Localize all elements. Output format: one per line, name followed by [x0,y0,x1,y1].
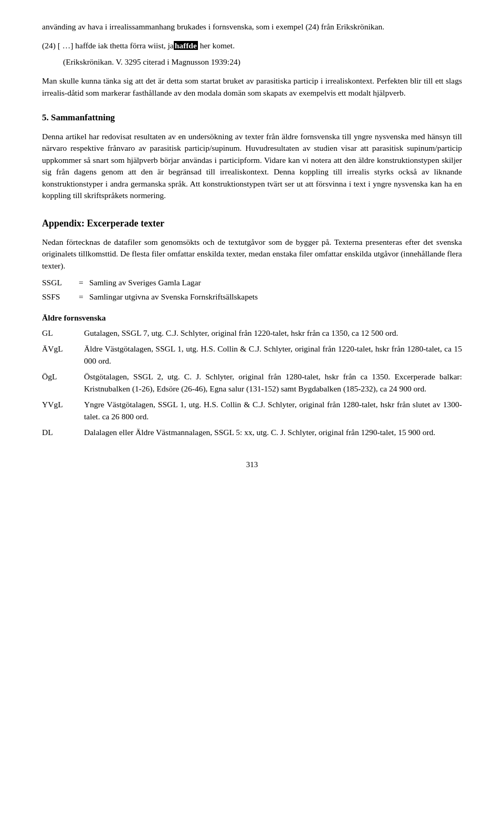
intro-text: använding av hava i irrealissammanhang b… [42,22,384,31]
entry-description: Östgötalagen, SSGL 2, utg. C. J. Schlyte… [84,371,462,395]
section-5-paragraph: Denna artikel har redovisat resultaten a… [42,131,462,202]
abbrev-row-ssfs: SSFS = Samlingar utgivna av Svenska Forn… [42,291,462,303]
older-fornsvenska-heading: Äldre fornsvenska [42,312,462,324]
section-5-heading: 5. Sammanfattning [42,111,462,125]
list-item: GLGutalagen, SSGL 7, utg. C.J. Schlyter,… [42,327,462,339]
example-source: (Erikskrönikan. V. 3295 citerad i Magnus… [42,56,462,68]
list-item: DLDalalagen eller Äldre Västmannalagen, … [42,427,462,438]
example-24-prefix: (24) [ …] haffde iak thetta förra wiist,… [42,41,174,50]
intro-paragraph: använding av hava i irrealissammanhang b… [42,21,462,33]
highlight-word: haffde [174,41,198,50]
abbrev-row-ssgl: SSGL = Samling av Sveriges Gamla Lagar [42,277,462,288]
page-number: 313 [42,459,462,471]
entry-code: DL [42,427,84,438]
abbrev-table: SSGL = Samling av Sveriges Gamla Lagar S… [42,277,462,303]
appendix-heading-text: Appendix: Excerperade texter [42,218,164,229]
list-item: YVgLYngre Västgötalagen, SSGL 1, utg. H.… [42,399,462,422]
page: använding av hava i irrealissammanhang b… [0,0,504,836]
entries-list: GLGutalagen, SSGL 7, utg. C.J. Schlyter,… [42,327,462,439]
entry-description: Gutalagen, SSGL 7, utg. C.J. Schlyter, o… [84,327,462,339]
list-item: ÖgLÖstgötalagen, SSGL 2, utg. C. J. Schl… [42,371,462,395]
page-number-text: 313 [246,460,258,469]
list-item: ÄVgLÄldre Västgötalagen, SSGL 1, utg. H.… [42,343,462,367]
older-heading-text: Äldre fornsvenska [42,313,106,322]
appendix-intro-text: Nedan förtecknas de datafiler som genoms… [42,238,462,270]
entry-description: Dalalagen eller Äldre Västmannalagen, SS… [84,427,462,438]
entry-description: Yngre Västgötalagen, SSGL 1, utg. H.S. C… [84,399,462,422]
example-24-suffix: her komet. [198,41,235,50]
paragraph-1: Man skulle kunna tänka sig att det är de… [42,75,462,99]
entry-description: Äldre Västgötalagen, SSGL 1, utg. H.S. C… [84,343,462,367]
section-5-heading-text: 5. Sammanfattning [42,112,115,122]
example-24-line: (24) [ …] haffde iak thetta förra wiist,… [42,40,462,51]
section-5-para1-text: Denna artikel har redovisat resultaten a… [42,132,462,200]
abbrev-ssfs-key: SSFS [42,291,79,303]
abbrev-ssfs-val: Samlingar utgivna av Svenska Fornskrifts… [89,291,462,303]
abbrev-ssgl-eq: = [79,277,89,288]
entry-code: YVgL [42,399,84,410]
entry-code: ÖgL [42,371,84,383]
example-source-text: (Erikskrönikan. V. 3295 citerad i Magnus… [63,57,240,66]
abbrev-ssfs-eq: = [79,291,89,303]
appendix-intro: Nedan förtecknas de datafiler som genoms… [42,236,462,272]
appendix-heading: Appendix: Excerperade texter [42,216,462,230]
entry-code: ÄVgL [42,343,84,355]
entry-code: GL [42,327,84,339]
abbrev-ssgl-key: SSGL [42,277,79,288]
paragraph-1-text: Man skulle kunna tänka sig att det är de… [42,76,462,97]
abbrev-ssgl-val: Samling av Sveriges Gamla Lagar [89,277,462,288]
